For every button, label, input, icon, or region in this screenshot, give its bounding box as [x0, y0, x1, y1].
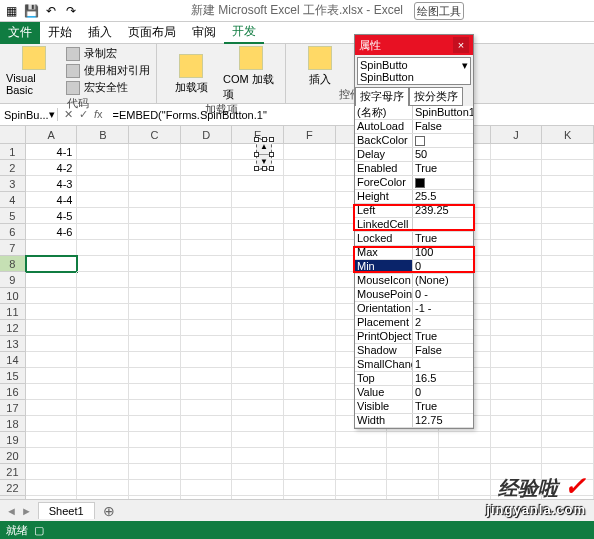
cell[interactable]	[284, 256, 336, 272]
cell[interactable]	[542, 144, 594, 160]
resize-handle[interactable]	[254, 137, 259, 142]
cell[interactable]	[439, 464, 491, 480]
cell[interactable]	[77, 480, 129, 496]
property-row[interactable]: ForeColor&H8000001	[355, 176, 473, 190]
cell[interactable]: 4-4	[26, 192, 78, 208]
property-value[interactable]: 239.25	[413, 204, 473, 217]
cell[interactable]	[542, 192, 594, 208]
row-header[interactable]: 17	[0, 400, 26, 416]
row-header[interactable]: 5	[0, 208, 26, 224]
property-value[interactable]	[413, 218, 473, 231]
resize-handle[interactable]	[269, 166, 274, 171]
property-value[interactable]: 0	[413, 260, 473, 273]
cell[interactable]	[542, 176, 594, 192]
cell[interactable]	[491, 432, 543, 448]
property-value[interactable]: 2	[413, 316, 473, 329]
property-row[interactable]: VisibleTrue	[355, 400, 473, 414]
cell[interactable]	[129, 368, 181, 384]
cell[interactable]	[491, 416, 543, 432]
cell[interactable]	[129, 400, 181, 416]
close-icon[interactable]: ×	[453, 37, 469, 53]
property-value[interactable]: True	[413, 330, 473, 343]
cell[interactable]	[181, 352, 233, 368]
cell[interactable]	[284, 192, 336, 208]
cell[interactable]	[284, 432, 336, 448]
property-row[interactable]: Width12.75	[355, 414, 473, 428]
cell[interactable]	[542, 256, 594, 272]
property-value[interactable]: True	[413, 400, 473, 413]
cell[interactable]	[284, 160, 336, 176]
property-row[interactable]: Height25.5	[355, 190, 473, 204]
cell[interactable]	[284, 480, 336, 496]
column-header[interactable]: K	[542, 126, 594, 144]
resize-handle[interactable]	[254, 166, 259, 171]
tab-pagelayout[interactable]: 页面布局	[120, 22, 184, 44]
property-value[interactable]: &H8000000	[413, 134, 473, 147]
cell[interactable]	[542, 416, 594, 432]
cell[interactable]	[491, 400, 543, 416]
cell[interactable]	[77, 192, 129, 208]
cell[interactable]	[181, 240, 233, 256]
cell[interactable]	[336, 448, 388, 464]
cell[interactable]	[26, 272, 78, 288]
row-header[interactable]: 8	[0, 256, 26, 272]
addins-button[interactable]: 加载项	[163, 46, 219, 102]
property-row[interactable]: LinkedCell	[355, 218, 473, 232]
cell[interactable]: 4-6	[26, 224, 78, 240]
chevron-down-icon[interactable]: ▾	[49, 108, 55, 121]
resize-handle[interactable]	[262, 166, 267, 171]
cell[interactable]	[77, 256, 129, 272]
cell[interactable]	[542, 336, 594, 352]
cell[interactable]	[181, 272, 233, 288]
cell[interactable]	[181, 480, 233, 496]
cell[interactable]	[336, 464, 388, 480]
row-header[interactable]: 19	[0, 432, 26, 448]
cell[interactable]	[491, 304, 543, 320]
cell[interactable]	[77, 288, 129, 304]
cell[interactable]	[284, 240, 336, 256]
cell[interactable]	[542, 432, 594, 448]
cell[interactable]	[77, 320, 129, 336]
cell[interactable]	[181, 400, 233, 416]
property-value[interactable]: -1 - fmOrien	[413, 302, 473, 315]
cell[interactable]	[284, 336, 336, 352]
cell[interactable]: 4-3	[26, 176, 78, 192]
resize-handle[interactable]	[269, 137, 274, 142]
object-selector[interactable]: SpinButto SpinButton▾	[357, 57, 471, 85]
cell[interactable]	[232, 256, 284, 272]
cell[interactable]	[232, 192, 284, 208]
cell[interactable]	[284, 208, 336, 224]
cell[interactable]	[77, 416, 129, 432]
resize-handle[interactable]	[262, 137, 267, 142]
cell[interactable]	[232, 416, 284, 432]
cell[interactable]	[232, 448, 284, 464]
drawing-tools-tab[interactable]: 绘图工具	[414, 2, 464, 20]
cell[interactable]	[129, 448, 181, 464]
cell[interactable]	[77, 224, 129, 240]
cell[interactable]	[77, 176, 129, 192]
cell[interactable]	[26, 480, 78, 496]
cell[interactable]	[77, 160, 129, 176]
property-row[interactable]: Orientation-1 - fmOrien	[355, 302, 473, 316]
cell[interactable]	[542, 384, 594, 400]
property-row[interactable]: Left239.25	[355, 204, 473, 218]
cell[interactable]	[129, 192, 181, 208]
cell[interactable]	[284, 464, 336, 480]
cell[interactable]	[129, 208, 181, 224]
cell[interactable]	[181, 320, 233, 336]
column-header[interactable]: C	[129, 126, 181, 144]
cell[interactable]	[232, 432, 284, 448]
row-header[interactable]: 6	[0, 224, 26, 240]
cell[interactable]	[77, 304, 129, 320]
cell[interactable]	[181, 304, 233, 320]
cell[interactable]	[284, 320, 336, 336]
name-box[interactable]: SpinBu...▾	[0, 108, 58, 121]
cell[interactable]	[77, 208, 129, 224]
property-row[interactable]: EnabledTrue	[355, 162, 473, 176]
cell[interactable]	[26, 416, 78, 432]
tab-nav-next-icon[interactable]: ►	[21, 505, 32, 517]
cell[interactable]	[129, 272, 181, 288]
row-header[interactable]: 22	[0, 480, 26, 496]
row-header[interactable]: 9	[0, 272, 26, 288]
cell[interactable]	[181, 144, 233, 160]
